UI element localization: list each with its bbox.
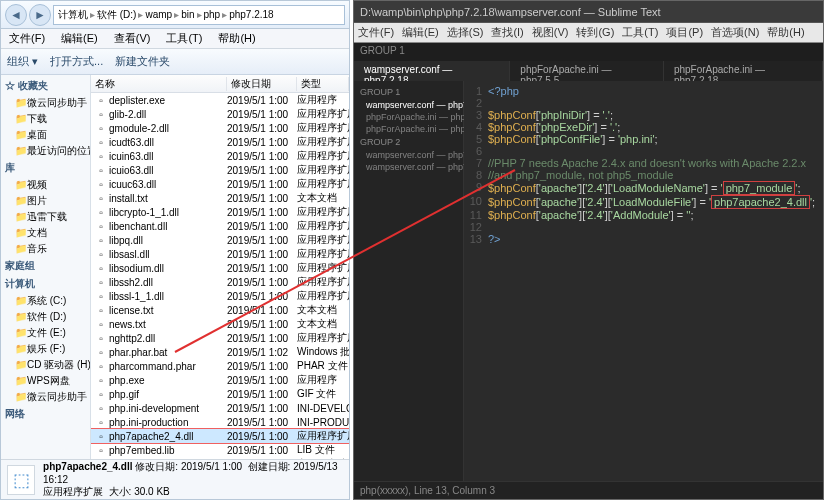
file-row[interactable]: ▫libssh2.dll2019/5/1 1:00应用程序扩展 <box>91 275 349 289</box>
tree-header[interactable]: ☆ 收藏夹 <box>1 77 90 95</box>
tree-header[interactable]: 家庭组 <box>1 257 90 275</box>
file-row[interactable]: ▫icuin63.dll2019/5/1 1:00应用程序扩展 <box>91 149 349 163</box>
file-row[interactable]: ▫icuuc63.dll2019/5/1 1:00应用程序扩展 <box>91 177 349 191</box>
code-line[interactable]: 11$phpConf['apache']['2.4']['AddModule']… <box>464 209 823 221</box>
menu-item[interactable]: 帮助(H) <box>767 25 804 40</box>
code-line[interactable]: 9$phpConf['apache']['2.4']['LoadModuleNa… <box>464 181 823 195</box>
file-row[interactable]: ▫icudt63.dll2019/5/1 1:00应用程序扩展 <box>91 135 349 149</box>
editor-tab[interactable]: phpForApache.ini — php7.5.5 <box>510 61 664 81</box>
code-line[interactable]: 12 <box>464 221 823 233</box>
column-headers[interactable]: 名称 修改日期 类型 <box>91 75 349 93</box>
col-name[interactable]: 名称 <box>91 77 227 91</box>
tree-item[interactable]: 📁下载 <box>1 111 90 127</box>
forward-button[interactable]: ► <box>29 4 51 26</box>
file-row[interactable]: ▫php.ini-production2019/5/1 1:00INI-PROD… <box>91 415 349 429</box>
col-type[interactable]: 类型 <box>297 77 349 91</box>
file-row[interactable]: ▫libenchant.dll2019/5/1 1:00应用程序扩展 <box>91 219 349 233</box>
file-row[interactable]: ▫libsasl.dll2019/5/1 1:00应用程序扩展 <box>91 247 349 261</box>
tree-item[interactable]: 📁最近访问的位置 <box>1 143 90 159</box>
tree-item[interactable]: 📁WPS网盘 <box>1 373 90 389</box>
menu-item[interactable]: 转到(G) <box>576 25 614 40</box>
menu-item[interactable]: 编辑(E) <box>53 29 106 48</box>
tree-item[interactable]: 📁桌面 <box>1 127 90 143</box>
tree-header[interactable]: 网络 <box>1 405 90 423</box>
breadcrumb-part[interactable]: 计算机 <box>58 8 88 22</box>
breadcrumb-part[interactable]: bin <box>181 9 194 20</box>
menu-item[interactable]: 文件(F) <box>1 29 53 48</box>
tree-item[interactable]: 📁图片 <box>1 193 90 209</box>
file-row[interactable]: ▫pharcommand.phar2019/5/1 1:00PHAR 文件 <box>91 359 349 373</box>
sidebar-file[interactable]: phpForApache.ini — php7.5.5 <box>356 111 461 123</box>
file-row[interactable]: ▫glib-2.dll2019/5/1 1:00应用程序扩展 <box>91 107 349 121</box>
sublime-sidebar[interactable]: GROUP 1wampserver.conf — php7.2.18phpFor… <box>354 81 464 481</box>
breadcrumb-part[interactable]: php <box>204 9 221 20</box>
code-line[interactable]: 4$phpConf['phpExeDir'] = '.'; <box>464 121 823 133</box>
sidebar-file[interactable]: wampserver.conf — php7.2.18 <box>356 99 461 111</box>
breadcrumb-part[interactable]: wamp <box>145 9 172 20</box>
toolbar-button[interactable]: 新建文件夹 <box>115 54 170 69</box>
file-row[interactable]: ▫libssl-1_1.dll2019/5/1 1:00应用程序扩展 <box>91 289 349 303</box>
tree-item[interactable]: 📁迅雷下载 <box>1 209 90 225</box>
code-line[interactable]: 7//PHP 7 needs Apache 2.4.x and doesn't … <box>464 157 823 169</box>
tree-item[interactable]: 📁系统 (C:) <box>1 293 90 309</box>
menu-item[interactable]: 首选项(N) <box>711 25 759 40</box>
tree-header[interactable]: 计算机 <box>1 275 90 293</box>
file-row[interactable]: ▫libcrypto-1_1.dll2019/5/1 1:00应用程序扩展 <box>91 205 349 219</box>
menu-item[interactable]: 帮助(H) <box>210 29 263 48</box>
tree-item[interactable]: 📁微云同步助手 <box>1 95 90 111</box>
code-line[interactable]: 1<?php <box>464 85 823 97</box>
sidebar-file[interactable]: phpForApache.ini — php7.2.18 <box>356 123 461 135</box>
code-line[interactable]: 3$phpConf['phpIniDir'] = '.'; <box>464 109 823 121</box>
tree-item[interactable]: 📁文档 <box>1 225 90 241</box>
editor-tab[interactable]: wampserver.conf — php7.2.18 <box>354 61 510 81</box>
file-row[interactable]: ▫install.txt2019/5/1 1:00文本文档 <box>91 191 349 205</box>
breadcrumb-part[interactable]: php7.2.18 <box>229 9 274 20</box>
tree-item[interactable]: 📁娱乐 (F:) <box>1 341 90 357</box>
tree-header[interactable]: 库 <box>1 159 90 177</box>
tree-item[interactable]: 📁CD 驱动器 (H) <box>1 357 90 373</box>
menu-item[interactable]: 工具(T) <box>622 25 658 40</box>
code-line[interactable]: 8//and php7_module, not php5_module <box>464 169 823 181</box>
code-editor[interactable]: 1<?php23$phpConf['phpIniDir'] = '.';4$ph… <box>464 81 823 481</box>
menu-item[interactable]: 视图(V) <box>532 25 569 40</box>
code-line[interactable]: 13?> <box>464 233 823 245</box>
menu-item[interactable]: 查看(V) <box>106 29 159 48</box>
file-row[interactable]: ▫news.txt2019/5/1 1:00文本文档 <box>91 317 349 331</box>
code-line[interactable]: 10$phpConf['apache']['2.4']['LoadModuleF… <box>464 195 823 209</box>
file-row[interactable]: ▫icuio63.dll2019/5/1 1:00应用程序扩展 <box>91 163 349 177</box>
file-row[interactable]: ▫license.txt2019/5/1 1:00文本文档 <box>91 303 349 317</box>
editor-tab[interactable]: phpForApache.ini — php7.2.18 <box>664 61 823 81</box>
tree-item[interactable]: 📁软件 (D:) <box>1 309 90 325</box>
breadcrumb[interactable]: 计算机 ▸ 软件 (D:) ▸ wamp ▸ bin ▸ php ▸ php7.… <box>53 5 345 25</box>
file-row[interactable]: ▫phar.phar.bat2019/5/1 1:02Windows 批处理 <box>91 345 349 359</box>
menu-item[interactable]: 项目(P) <box>666 25 703 40</box>
file-row[interactable]: ▫php.ini-development2019/5/1 1:00INI-DEV… <box>91 401 349 415</box>
tree-item[interactable]: 📁文件 (E:) <box>1 325 90 341</box>
toolbar-button[interactable]: 打开方式... <box>50 54 103 69</box>
sidebar-file[interactable]: wampserver.conf — php7.0.4 <box>356 149 461 161</box>
sidebar-file[interactable]: wampserver.conf — php7.2.18 <box>356 161 461 173</box>
breadcrumb-part[interactable]: 软件 (D:) <box>97 8 136 22</box>
toolbar-button[interactable]: 组织 ▾ <box>7 54 38 69</box>
menu-item[interactable]: 选择(S) <box>447 25 484 40</box>
file-row[interactable]: ▫php.gif2019/5/1 1:00GIF 文件 <box>91 387 349 401</box>
file-row[interactable]: ▫nghttp2.dll2019/5/1 1:00应用程序扩展 <box>91 331 349 345</box>
file-row[interactable]: ▫php7apache2_4.dll2019/5/1 1:00应用程序扩展 <box>91 429 349 443</box>
file-row[interactable]: ▫php.exe2019/5/1 1:00应用程序 <box>91 373 349 387</box>
file-row[interactable]: ▫php7embed.lib2019/5/1 1:00LIB 文件 <box>91 443 349 457</box>
file-row[interactable]: ▫deplister.exe2019/5/1 1:00应用程序 <box>91 93 349 107</box>
file-row[interactable]: ▫gmodule-2.dll2019/5/1 1:00应用程序扩展 <box>91 121 349 135</box>
menu-item[interactable]: 工具(T) <box>158 29 210 48</box>
file-row[interactable]: ▫libpq.dll2019/5/1 1:00应用程序扩展 <box>91 233 349 247</box>
back-button[interactable]: ◄ <box>5 4 27 26</box>
col-date[interactable]: 修改日期 <box>227 77 297 91</box>
code-line[interactable]: 5$phpConf['phpConfFile'] = 'php.ini'; <box>464 133 823 145</box>
tree-item[interactable]: 📁视频 <box>1 177 90 193</box>
tree-item[interactable]: 📁微云同步助手 <box>1 389 90 405</box>
menu-item[interactable]: 文件(F) <box>358 25 394 40</box>
code-line[interactable]: 2 <box>464 97 823 109</box>
menu-item[interactable]: 编辑(E) <box>402 25 439 40</box>
file-row[interactable]: ▫libsodium.dll2019/5/1 1:00应用程序扩展 <box>91 261 349 275</box>
menu-item[interactable]: 查找(I) <box>491 25 523 40</box>
tree-item[interactable]: 📁音乐 <box>1 241 90 257</box>
